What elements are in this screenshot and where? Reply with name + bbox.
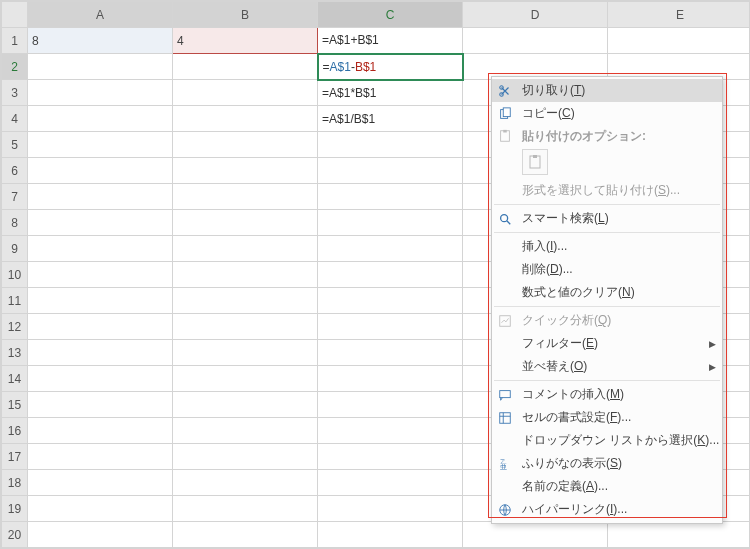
menu-cut[interactable]: 切り取り(T) (492, 79, 722, 102)
cell-B15[interactable] (173, 392, 318, 418)
cell-B10[interactable] (173, 262, 318, 288)
row-header-10[interactable]: 10 (2, 262, 28, 288)
cell-A16[interactable] (28, 418, 173, 444)
menu-define-name[interactable]: 名前の定義(A)... (492, 475, 722, 498)
row-header-7[interactable]: 7 (2, 184, 28, 210)
cell-E1[interactable] (608, 28, 751, 54)
cell-C4[interactable]: =A$1/B$1 (318, 106, 463, 132)
cell-A5[interactable] (28, 132, 173, 158)
cell-C2[interactable]: =A$1-B$1 (318, 54, 463, 80)
cell-E20[interactable] (608, 522, 751, 548)
cell-B8[interactable] (173, 210, 318, 236)
col-header-B[interactable]: B (173, 2, 318, 28)
cell-C11[interactable] (318, 288, 463, 314)
cell-A3[interactable] (28, 80, 173, 106)
cell-B13[interactable] (173, 340, 318, 366)
cell-A11[interactable] (28, 288, 173, 314)
col-header-E[interactable]: E (608, 2, 751, 28)
cell-B7[interactable] (173, 184, 318, 210)
cell-B19[interactable] (173, 496, 318, 522)
row-header-18[interactable]: 18 (2, 470, 28, 496)
row-header-16[interactable]: 16 (2, 418, 28, 444)
cell-C5[interactable] (318, 132, 463, 158)
row-header-9[interactable]: 9 (2, 236, 28, 262)
cell-B4[interactable] (173, 106, 318, 132)
cell-C16[interactable] (318, 418, 463, 444)
cell-C20[interactable] (318, 522, 463, 548)
cell-A13[interactable] (28, 340, 173, 366)
cell-A19[interactable] (28, 496, 173, 522)
cell-B9[interactable] (173, 236, 318, 262)
cell-B20[interactable] (173, 522, 318, 548)
paste-button[interactable] (522, 149, 548, 175)
row-header-3[interactable]: 3 (2, 80, 28, 106)
row-header-19[interactable]: 19 (2, 496, 28, 522)
menu-smart-lookup[interactable]: スマート検索(L) (492, 207, 722, 230)
cell-B5[interactable] (173, 132, 318, 158)
menu-show-furigana[interactable]: ア亜 ふりがなの表示(S) (492, 452, 722, 475)
cell-A6[interactable] (28, 158, 173, 184)
cell-A18[interactable] (28, 470, 173, 496)
cell-C12[interactable] (318, 314, 463, 340)
cell-B11[interactable] (173, 288, 318, 314)
cell-C14[interactable] (318, 366, 463, 392)
row-header-4[interactable]: 4 (2, 106, 28, 132)
cell-B3[interactable] (173, 80, 318, 106)
cell-C10[interactable] (318, 262, 463, 288)
cell-A12[interactable] (28, 314, 173, 340)
menu-insert-comment[interactable]: コメントの挿入(M) (492, 383, 722, 406)
cell-B18[interactable] (173, 470, 318, 496)
row-header-15[interactable]: 15 (2, 392, 28, 418)
cell-C13[interactable] (318, 340, 463, 366)
cell-B2[interactable] (173, 54, 318, 80)
menu-clear[interactable]: 数式と値のクリア(N) (492, 281, 722, 304)
col-header-C[interactable]: C (318, 2, 463, 28)
cell-B1[interactable]: 4 (173, 28, 318, 54)
row-header-1[interactable]: 1 (2, 28, 28, 54)
menu-delete[interactable]: 削除(D)... (492, 258, 722, 281)
cell-A20[interactable] (28, 522, 173, 548)
menu-insert[interactable]: 挿入(I)... (492, 235, 722, 258)
menu-pick-from-list[interactable]: ドロップダウン リストから選択(K)... (492, 429, 722, 452)
cell-C15[interactable] (318, 392, 463, 418)
cell-A2[interactable] (28, 54, 173, 80)
row-header-20[interactable]: 20 (2, 522, 28, 548)
cell-A10[interactable] (28, 262, 173, 288)
row-header-6[interactable]: 6 (2, 158, 28, 184)
cell-C9[interactable] (318, 236, 463, 262)
row-header-11[interactable]: 11 (2, 288, 28, 314)
row-header-17[interactable]: 17 (2, 444, 28, 470)
col-header-A[interactable]: A (28, 2, 173, 28)
row-header-5[interactable]: 5 (2, 132, 28, 158)
cell-C1[interactable]: =A$1+B$1 (318, 28, 463, 54)
cell-B16[interactable] (173, 418, 318, 444)
cell-C19[interactable] (318, 496, 463, 522)
col-header-D[interactable]: D (463, 2, 608, 28)
menu-hyperlink[interactable]: ハイパーリンク(I)... (492, 498, 722, 521)
cell-B6[interactable] (173, 158, 318, 184)
cell-C17[interactable] (318, 444, 463, 470)
cell-C7[interactable] (318, 184, 463, 210)
cell-C3[interactable]: =A$1*B$1 (318, 80, 463, 106)
menu-format-cells[interactable]: セルの書式設定(F)... (492, 406, 722, 429)
cell-C6[interactable] (318, 158, 463, 184)
cell-B17[interactable] (173, 444, 318, 470)
cell-D20[interactable] (463, 522, 608, 548)
cell-A4[interactable] (28, 106, 173, 132)
select-all-corner[interactable] (2, 2, 28, 28)
cell-A8[interactable] (28, 210, 173, 236)
cell-C18[interactable] (318, 470, 463, 496)
row-header-8[interactable]: 8 (2, 210, 28, 236)
cell-A17[interactable] (28, 444, 173, 470)
menu-sort[interactable]: 並べ替え(O) ▶ (492, 355, 722, 378)
menu-copy[interactable]: コピー(C) (492, 102, 722, 125)
cell-C8[interactable] (318, 210, 463, 236)
cell-A14[interactable] (28, 366, 173, 392)
cell-A7[interactable] (28, 184, 173, 210)
cell-D1[interactable] (463, 28, 608, 54)
cell-A15[interactable] (28, 392, 173, 418)
cell-A1[interactable]: 8 (28, 28, 173, 54)
cell-B12[interactable] (173, 314, 318, 340)
row-header-12[interactable]: 12 (2, 314, 28, 340)
cell-A9[interactable] (28, 236, 173, 262)
